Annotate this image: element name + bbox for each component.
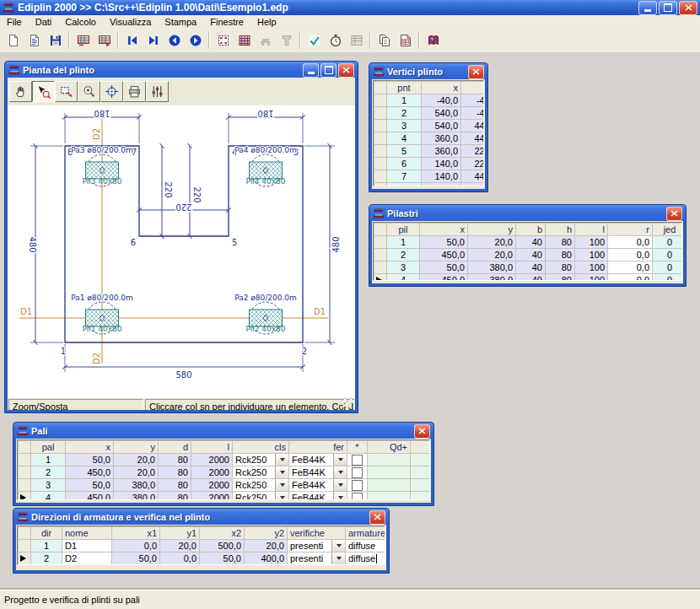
cell[interactable] xyxy=(411,466,431,479)
cell[interactable]: 50,0 xyxy=(420,261,468,274)
cell[interactable]: 440,0 xyxy=(461,120,485,132)
vertici-title-bar[interactable]: Vertici plinto xyxy=(372,64,485,79)
row-selector[interactable] xyxy=(374,183,387,187)
cell[interactable]: 450,0 xyxy=(420,249,468,261)
edit-tables-button[interactable] xyxy=(94,31,114,51)
cell[interactable]: Rck250 xyxy=(233,466,289,479)
cell[interactable]: 1 xyxy=(387,94,422,107)
cell[interactable] xyxy=(411,479,431,492)
cell[interactable]: 450,0 xyxy=(420,274,468,282)
cell[interactable]: D2 xyxy=(62,552,112,565)
row-selector[interactable] xyxy=(374,94,387,107)
cell[interactable]: -40,0 xyxy=(461,107,485,120)
cell[interactable]: 4 xyxy=(387,274,420,282)
maximize-button[interactable] xyxy=(320,63,337,78)
cell[interactable]: Rck250 xyxy=(233,454,289,466)
cell[interactable]: 50,0 xyxy=(112,552,160,565)
checkbox[interactable] xyxy=(352,467,363,478)
cell[interactable]: 3 xyxy=(387,261,420,274)
cell[interactable]: 20,0 xyxy=(468,236,516,249)
data-tables-button[interactable] xyxy=(73,31,93,51)
cell[interactable]: 40 xyxy=(516,249,546,261)
zoom-pointer-tool-button[interactable] xyxy=(32,81,55,102)
cell[interactable]: 0,0 xyxy=(608,236,653,249)
cell[interactable]: 100 xyxy=(575,261,608,274)
print-drawing-button[interactable] xyxy=(123,81,146,102)
cell[interactable]: 540,0 xyxy=(422,107,461,120)
row-selector[interactable] xyxy=(374,261,387,274)
cell[interactable]: -40,0 xyxy=(422,94,461,107)
cell[interactable]: Rck250 xyxy=(233,479,289,492)
cell[interactable]: 360,0 xyxy=(422,132,461,145)
cell[interactable]: 380,0 xyxy=(468,274,516,282)
next-record-button[interactable] xyxy=(186,31,205,51)
cell[interactable]: 220,0 xyxy=(461,145,485,158)
close-button[interactable] xyxy=(679,1,697,15)
menu-calcolo[interactable]: Calcolo xyxy=(58,16,103,28)
cell[interactable]: diffuse xyxy=(346,540,386,552)
help-manual-button[interactable] xyxy=(423,31,443,51)
cell[interactable]: 1 xyxy=(31,540,62,552)
cell[interactable]: 1 xyxy=(387,236,420,249)
cell[interactable]: 100 xyxy=(575,236,608,249)
dropdown-button[interactable] xyxy=(275,466,288,478)
cell[interactable]: 20,0 xyxy=(468,249,516,261)
cell[interactable]: 140,0 xyxy=(422,158,461,170)
cell[interactable]: 440,0 xyxy=(461,170,485,183)
cell[interactable]: 0 xyxy=(653,274,683,282)
cell[interactable]: 50,0 xyxy=(200,552,245,565)
pan-tool-button[interactable] xyxy=(9,81,32,102)
row-selector[interactable] xyxy=(374,274,387,282)
cell[interactable]: 40 xyxy=(516,236,546,249)
menu-finestre[interactable]: Finestre xyxy=(203,16,250,28)
cell[interactable]: -40,0 xyxy=(461,94,485,107)
cell[interactable] xyxy=(347,466,368,479)
row-selector[interactable] xyxy=(374,249,387,261)
cell[interactable]: 5 xyxy=(387,145,422,158)
close-button[interactable] xyxy=(666,207,682,221)
results-table-button[interactable] xyxy=(347,31,366,51)
cell[interactable]: 3 xyxy=(387,120,422,132)
pile-pa1[interactable]: Pa1 ø80/200.0m Pil1 40x80 xyxy=(71,294,133,334)
maximize-button[interactable] xyxy=(659,1,677,15)
cell[interactable]: 0,0 xyxy=(112,540,160,552)
cell[interactable]: 100 xyxy=(575,274,608,282)
text-output-button[interactable] xyxy=(277,31,296,51)
cell[interactable]: D1 xyxy=(62,540,112,552)
cell[interactable]: 0,0 xyxy=(608,261,653,274)
dropdown-button[interactable] xyxy=(333,492,347,500)
pilastri-title-bar[interactable]: Pilastri xyxy=(372,206,683,221)
direzioni-title-bar[interactable]: Direzioni di armatura e verifica nel pli… xyxy=(16,509,386,525)
pile-pa3[interactable]: Pa3 ø80/200.0m Pil3 40x80 xyxy=(71,146,133,186)
cell[interactable]: 440,0 xyxy=(461,132,485,145)
calculation-button[interactable] xyxy=(326,31,345,51)
cell[interactable]: 4 xyxy=(387,132,422,145)
pali-title-bar[interactable]: Pali xyxy=(16,423,431,439)
row-selector[interactable] xyxy=(374,145,387,158)
cell[interactable]: 20,0 xyxy=(114,454,159,466)
cell[interactable]: FeB44K xyxy=(289,466,347,479)
dropdown-button[interactable] xyxy=(333,454,347,466)
checkbox[interactable] xyxy=(352,493,363,500)
first-record-button[interactable] xyxy=(122,31,142,51)
dropdown-button[interactable] xyxy=(275,479,288,491)
cell[interactable]: 50,0 xyxy=(420,236,468,249)
cell[interactable]: 40 xyxy=(516,261,546,274)
save-button[interactable] xyxy=(46,31,65,51)
cell[interactable]: 440,0 xyxy=(461,183,485,187)
cell[interactable]: 500,0 xyxy=(200,540,245,552)
minimize-button[interactable] xyxy=(303,63,319,78)
cell[interactable]: 2000 xyxy=(191,492,233,501)
cell[interactable]: 80 xyxy=(546,261,575,274)
dropdown-button[interactable] xyxy=(275,454,288,466)
cell[interactable]: 1 xyxy=(31,454,66,466)
cell[interactable]: 140,0 xyxy=(422,170,461,183)
display-options-button[interactable] xyxy=(146,81,169,102)
cell[interactable] xyxy=(347,454,368,466)
cell[interactable]: presenti xyxy=(288,540,346,552)
cell[interactable]: 0,0 xyxy=(608,249,653,261)
minimize-button[interactable] xyxy=(638,1,657,15)
cell[interactable]: 50,0 xyxy=(66,454,114,466)
plan-view-button[interactable] xyxy=(213,31,233,51)
cell[interactable]: 2 xyxy=(387,107,422,120)
